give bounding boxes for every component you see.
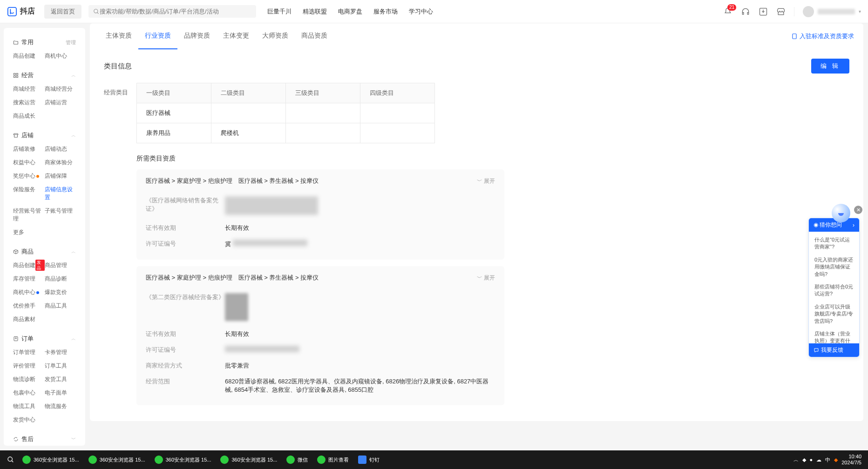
sidebar-item[interactable]: 评价管理 [13,359,45,373]
logo[interactable]: 抖店 [7,7,35,17]
sidebar-item[interactable]: 包裹中心 [13,386,45,400]
sidebar-item[interactable]: 商品管理 [45,259,76,272]
assistant-widget: ✕ ◉ 猜你想问› 什么是"0元试运营商家"? 0元入驻的商家还用缴纳店铺保证金… [808,204,860,357]
nav-compass[interactable]: 电商罗盘 [338,7,362,16]
sidebar-item[interactable]: 商城经营 [13,82,45,96]
feedback-button[interactable]: 我要反馈 [809,343,859,357]
sidebar-item[interactable]: 保险服务 [13,183,45,204]
expand-toggle[interactable]: ﹀ 展开 [477,177,495,185]
nav-alliance[interactable]: 精选联盟 [303,7,327,16]
sidebar-item[interactable]: 商家体验分 [45,156,76,169]
sidebar-label: 常用 [21,38,34,47]
assist-item[interactable]: 什么是"0元试运营商家"? [809,234,859,254]
th-l2: 二级类目 [211,83,286,103]
sidebar-item[interactable]: 商品工具 [45,299,76,313]
sidebar-label: 经营 [21,71,34,80]
sidebar-item[interactable]: 物流工具 [13,400,45,413]
chat-icon [814,348,819,353]
refresh-icon [13,436,19,442]
breadcrumb: 医疗器械 > 家庭护理 > 疤痕护理 医疗器械 > 养生器械 > 按摩仪 [146,274,319,282]
scope-label: 经营范围 [146,377,225,394]
nav-market[interactable]: 服务市场 [373,7,398,16]
sidebar-item[interactable]: 店铺运营 [45,96,76,109]
sidebar-item[interactable]: 订单管理 [13,346,45,359]
assist-item[interactable]: 那些店铺符合0元试运营? [809,281,859,301]
sidebar-group-shop[interactable]: 店铺 ︿ [13,128,76,142]
sidebar-item-shop-info[interactable]: 店铺信息设置 [45,183,76,204]
sidebar-item[interactable]: 奖惩中心 [13,169,45,183]
sidebar-item[interactable]: 库存管理 [13,272,45,286]
sidebar-group-business[interactable]: 经营 ︿ [13,68,76,82]
biz-mode-label: 商家经营方式 [146,362,225,370]
svg-rect-5 [16,74,18,75]
sidebar-item[interactable]: 店铺装修 [13,142,45,156]
sidebar-label: 店铺 [21,131,34,140]
assist-item[interactable]: 企业店可以升级旗舰店/专卖店/专营店吗? [809,301,859,328]
headset-icon[interactable] [741,7,750,16]
bell-icon[interactable]: 21 [723,7,732,16]
sidebar-item-opportunity[interactable]: 商机中心 [45,49,76,63]
sidebar-item[interactable]: 卡券管理 [45,346,76,359]
sidebar-group-product[interactable]: 商品 ︿ [13,245,76,259]
sidebar-item[interactable]: 物流服务 [45,400,76,413]
cert-image-blur [225,293,248,321]
sidebar: 常用 管理 商品创建 商机中心 经营 ︿ 商城经营 商城经营分 搜索运营 店铺运… [4,28,85,446]
bot-icon[interactable] [832,204,850,222]
nav-qianchuan[interactable]: 巨量千川 [267,7,292,16]
sidebar-item[interactable]: 商城经营分 [45,82,76,96]
license-blur [225,346,299,352]
cert-image-blur [225,196,318,215]
sidebar-item[interactable]: 经营账号管理 [13,204,45,226]
sidebar-item[interactable]: 订单工具 [45,359,76,373]
sidebar-item[interactable]: 店铺保障 [45,169,76,183]
assist-item[interactable]: 0元入驻的商家还用缴纳店铺保证金吗? [809,254,859,281]
chevron-up-icon: ︿ [71,72,76,79]
sidebar-item[interactable]: 商品创建发品 [13,259,45,272]
close-assistant-button[interactable]: ✕ [854,206,862,214]
sidebar-item[interactable]: 子账号管理 [45,204,76,226]
manage-link[interactable]: 管理 [66,39,76,46]
scope-value: 6820普通诊察器械, 6822医用光学器具、仪器及内窥镜设备, 6826物理治… [225,377,495,394]
sidebar-item-more[interactable]: 更多 [13,226,45,239]
tab-change[interactable]: 主体变更 [217,23,256,49]
user-area[interactable]: ▾ [803,6,861,17]
sidebar-item[interactable]: 权益中心 [13,156,45,169]
sidebar-item[interactable]: 优价推手 [13,299,45,313]
sidebar-item[interactable]: 商品素材 [13,313,45,326]
edit-button[interactable]: 编 辑 [811,59,849,74]
sidebar-item[interactable]: 发货工具 [45,373,76,386]
standards-link[interactable]: 入驻标准及资质要求 [791,32,854,40]
sidebar-item[interactable]: 电子面单 [45,386,76,400]
store-icon[interactable] [776,7,786,16]
back-home-button[interactable]: 返回首页 [44,5,81,19]
sidebar-group-aftersale[interactable]: 售后 ﹀ [13,432,76,446]
sidebar-item[interactable]: 爆款竞价 [45,286,76,299]
nav-learn[interactable]: 学习中心 [409,7,433,16]
download-icon[interactable] [759,7,768,16]
chevron-down-icon: ▾ [859,9,861,14]
search-input[interactable] [100,8,251,15]
tab-industry[interactable]: 行业资质 [138,23,177,49]
search-box[interactable] [88,5,256,18]
tab-brand[interactable]: 品牌资质 [177,23,217,49]
chevron-right-icon: › [853,222,854,228]
sidebar-item[interactable]: 商品成长 [13,109,45,123]
qual-card-1: 医疗器械 > 家庭护理 > 疤痕护理 医疗器械 > 养生器械 > 按摩仪 ﹀ 展… [136,169,504,260]
sidebar-item[interactable]: 搜索运营 [13,96,45,109]
tab-entity[interactable]: 主体资质 [99,23,138,49]
top-header: 抖店 返回首页 巨量千川 精选联盟 电商罗盘 服务市场 学习中心 21 ▾ [0,0,868,23]
sidebar-group-order[interactable]: 订单 ︿ [13,332,76,346]
sidebar-item[interactable]: 商品诊断 [45,272,76,286]
cell [211,103,286,123]
sidebar-item[interactable]: 店铺动态 [45,142,76,156]
sidebar-group-common[interactable]: 常用 管理 [13,35,76,49]
tab-master[interactable]: 大师资质 [256,23,295,49]
tab-product[interactable]: 商品资质 [295,23,334,49]
sidebar-item[interactable]: 发货中心 [13,413,45,427]
sidebar-item[interactable]: 物流诊断 [13,373,45,386]
expand-toggle[interactable]: ﹀ 展开 [477,274,495,282]
sidebar-item[interactable]: 商机中心 [13,286,45,299]
top-nav: 巨量千川 精选联盟 电商罗盘 服务市场 学习中心 [267,7,433,16]
assist-item[interactable]: 店铺主体（营业执照）变更有什么要求? [809,328,859,343]
sidebar-item-create[interactable]: 商品创建 [13,49,45,63]
